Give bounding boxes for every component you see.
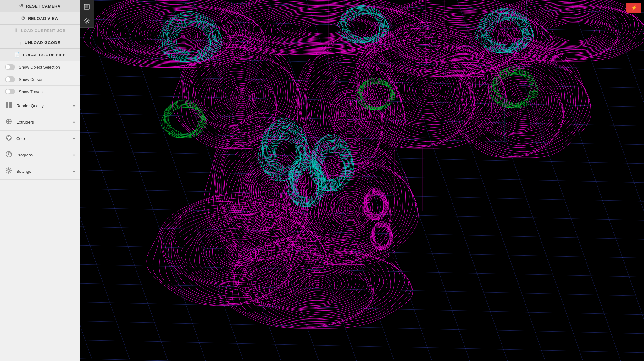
svg-point-14 (8, 170, 10, 172)
settings-accordion: Settings ▾ (0, 163, 80, 180)
local-gcode-file-button[interactable]: 📄 LOCAL GCODE FILE (0, 49, 80, 61)
settings-icon-button[interactable] (80, 14, 94, 28)
svg-rect-2 (6, 105, 8, 108)
svg-point-10 (8, 138, 10, 140)
gcode-visualization (80, 0, 644, 361)
reload-view-button[interactable]: ⟳ RELOAD VIEW (0, 12, 80, 25)
show-object-selection-label: Show Object Selection (19, 65, 60, 70)
show-travels-label: Show Travels (19, 89, 43, 94)
render-quality-chevron: ▾ (73, 104, 75, 108)
load-current-job-icon: ⬇ (14, 28, 19, 33)
render-quality-accordion: Render Quality ▾ (0, 98, 80, 114)
reset-camera-label: RESET CAMERA (26, 4, 61, 8)
extruders-icon (5, 118, 13, 127)
connection-badge[interactable]: ⚡ (626, 3, 641, 13)
viewport[interactable]: ⚡ (80, 0, 644, 361)
reload-view-icon: ⟳ (21, 15, 26, 21)
svg-rect-16 (85, 5, 88, 8)
settings-chevron: ▾ (73, 169, 75, 174)
load-current-job-button[interactable]: ⬇ LOAD CURRENT JOB (0, 25, 80, 37)
reset-camera-button[interactable]: ↺ RESET CAMERA (0, 0, 80, 12)
render-quality-icon (5, 102, 13, 110)
viewport-icon-button[interactable] (80, 0, 94, 14)
color-icon (5, 134, 13, 143)
color-label: Color (16, 136, 69, 141)
progress-header[interactable]: Progress ▾ (0, 147, 80, 163)
extruders-label: Extruders (16, 120, 69, 125)
show-cursor-row: Show Cursor (0, 73, 80, 86)
local-gcode-file-icon: 📄 (14, 52, 20, 58)
svg-rect-0 (6, 102, 8, 105)
settings-header[interactable]: Settings ▾ (0, 163, 80, 179)
progress-chevron: ▾ (73, 153, 75, 157)
reload-view-label: RELOAD VIEW (28, 16, 58, 21)
show-travels-row: Show Travels (0, 86, 80, 98)
progress-accordion: Progress ▾ (0, 147, 80, 163)
extruders-accordion: Extruders ▾ (0, 114, 80, 131)
color-header[interactable]: Color ▾ (0, 131, 80, 147)
extruders-header[interactable]: Extruders ▾ (0, 114, 80, 130)
svg-rect-1 (9, 102, 12, 105)
toolbar-buttons: ↺ RESET CAMERA ⟳ RELOAD VIEW ⬇ LOAD CURR… (0, 0, 80, 61)
render-quality-label: Render Quality (16, 104, 69, 108)
unload-gcode-icon: ↑ (20, 40, 22, 45)
color-chevron: ▾ (73, 137, 75, 141)
progress-label: Progress (16, 153, 69, 157)
unload-gcode-label: UNLOAD GCODE (25, 40, 60, 45)
load-current-job-label: LOAD CURRENT JOB (21, 28, 66, 33)
svg-point-8 (7, 136, 9, 138)
reset-camera-icon: ↺ (19, 3, 24, 9)
extruders-chevron: ▾ (73, 120, 75, 125)
svg-rect-3 (9, 105, 12, 108)
show-cursor-label: Show Cursor (19, 77, 42, 82)
show-object-selection-toggle[interactable] (5, 64, 15, 70)
unload-gcode-button[interactable]: ↑ UNLOAD GCODE (0, 37, 80, 49)
progress-icon (5, 151, 13, 159)
badge-icon: ⚡ (631, 5, 637, 11)
settings-label: Settings (16, 169, 69, 174)
settings-icon (5, 167, 13, 176)
color-accordion: Color ▾ (0, 131, 80, 147)
sidebar: ↺ RESET CAMERA ⟳ RELOAD VIEW ⬇ LOAD CURR… (0, 0, 80, 361)
svg-point-17 (86, 20, 88, 22)
show-object-selection-row: Show Object Selection (0, 61, 80, 73)
show-cursor-toggle[interactable] (5, 76, 15, 82)
local-gcode-file-label: LOCAL GCODE FILE (23, 53, 66, 57)
svg-point-9 (9, 136, 11, 138)
render-quality-header[interactable]: Render Quality ▾ (0, 98, 80, 114)
show-travels-toggle[interactable] (5, 89, 15, 94)
icon-toolbar (80, 0, 94, 28)
